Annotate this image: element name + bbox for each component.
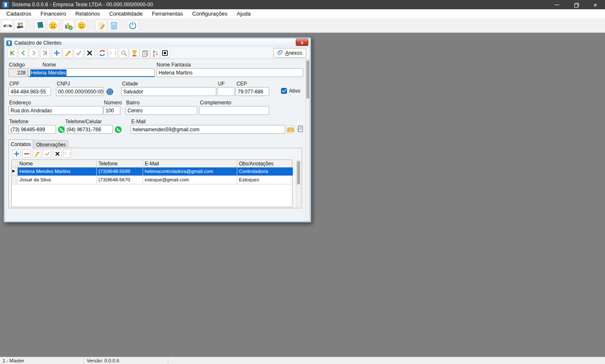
power-icon — [128, 21, 137, 30]
endereco-label: Endereço — [9, 100, 31, 106]
search-button[interactable] — [119, 48, 129, 58]
menu-financeiro[interactable]: Financeiro — [36, 9, 71, 19]
contact-locate-button[interactable]: ☞⋮ — [64, 149, 72, 158]
happy-face-button[interactable] — [76, 20, 87, 31]
cancel-button[interactable] — [85, 48, 95, 58]
clients-button[interactable] — [14, 20, 26, 31]
main-toolbar — [0, 19, 605, 33]
nav-last-button[interactable] — [40, 48, 50, 58]
telefone-field[interactable]: (73) 96485-699 — [8, 125, 56, 134]
whatsapp-celular-button[interactable] — [114, 125, 122, 133]
edit-button[interactable] — [63, 48, 73, 58]
cnpj-field[interactable]: 00.000.000/0000-00 — [56, 87, 104, 96]
refresh-button[interactable] — [97, 48, 107, 58]
dialog-titlebar: Cadastro de Clientes x — [5, 39, 310, 47]
dialog-scrollbar[interactable] — [305, 59, 310, 221]
table-scrollbar[interactable] — [296, 160, 300, 207]
locate-button[interactable]: ☞⋮ — [108, 48, 118, 58]
nav-next-icon — [31, 50, 37, 56]
table-header-row: Nome Telefone E-Mail Obs/Anotações — [12, 160, 292, 167]
cidade-field[interactable]: Salvador — [121, 87, 216, 96]
menu-ferramentas[interactable]: Ferramentas — [147, 9, 188, 19]
contact-add-button[interactable] — [12, 149, 21, 158]
email-field[interactable]: helenamendes59@gmail.com — [130, 125, 285, 134]
close-button[interactable]: × — [586, 0, 605, 9]
restore-icon — [574, 3, 578, 7]
nome-fantasia-field[interactable]: Helena Martins — [157, 68, 303, 77]
menu-ajuda[interactable]: Ajuda — [232, 9, 255, 19]
menu-configuracoes[interactable]: Configurações — [188, 9, 232, 19]
sad-face-icon — [48, 21, 58, 30]
nome-field[interactable]: Helena Mendes — [28, 68, 155, 77]
calculator-button[interactable] — [108, 20, 119, 31]
endereco-field[interactable]: Rua dos Andradas — [8, 106, 103, 115]
filter-icon — [131, 50, 138, 57]
note-edit-button[interactable] — [96, 20, 107, 31]
contact-cancel-button[interactable] — [53, 149, 61, 158]
header-obs[interactable]: Obs/Anotações — [237, 160, 293, 167]
statusbar-version: Versão: 0.0.0.6 — [84, 357, 168, 364]
chart-add-button[interactable] — [63, 20, 74, 31]
cep-field[interactable]: 79.077-686 — [236, 87, 269, 96]
anexos-button[interactable]: Anexos — [273, 48, 306, 58]
sad-face-button[interactable] — [47, 20, 58, 31]
confirm-icon — [75, 50, 82, 56]
contact-remove-button[interactable] — [22, 149, 31, 158]
bairro-field[interactable]: Centro — [125, 106, 197, 115]
cpf-field[interactable]: 484.484.983-55 — [8, 87, 51, 96]
contact-edit-button[interactable] — [33, 149, 41, 158]
celular-field[interactable]: (94) 96731-766 — [64, 125, 113, 134]
table-scrollbar-thumb[interactable] — [297, 161, 300, 184]
header-telefone[interactable]: Telefone — [97, 160, 143, 167]
table-row[interactable]: Josué da Silva (73)9648-5670 estoque@gma… — [12, 176, 292, 184]
email-document-icon — [297, 125, 303, 133]
contact-confirm-button[interactable] — [43, 149, 51, 158]
menu-cadastros[interactable]: Cadastros — [2, 9, 36, 19]
uf-dropdown[interactable] — [217, 87, 234, 96]
stop-button[interactable] — [160, 48, 170, 58]
nav-next-button[interactable] — [29, 48, 39, 58]
minimize-button[interactable] — [547, 0, 566, 9]
complemento-field[interactable] — [199, 106, 269, 115]
codigo-field[interactable]: 228 — [8, 68, 28, 77]
numero-field[interactable]: 100 — [103, 106, 120, 115]
handshake-button[interactable] — [2, 20, 13, 31]
book-button[interactable] — [34, 20, 46, 31]
restore-button[interactable] — [566, 0, 586, 9]
dialog-close-button[interactable]: x — [296, 39, 308, 46]
tab-contatos[interactable]: Contatos — [8, 139, 33, 149]
cell-nome: Helena Mendes Martins — [18, 167, 97, 175]
report-button[interactable] — [140, 48, 150, 58]
header-email[interactable]: E-Mail — [143, 160, 237, 167]
power-button[interactable] — [127, 20, 138, 31]
cnpj-lookup-button[interactable] — [106, 88, 114, 96]
ativo-checkbox[interactable]: Ativo — [281, 88, 300, 94]
menu-contabilidade[interactable]: Contabilidade — [104, 9, 147, 19]
menubar: Cadastros Financeiro Relatórios Contabil… — [0, 9, 605, 19]
cancel-icon — [86, 50, 93, 56]
window-title: Sistema 0.0.0.6 - Empresa Teste LTDA - 0… — [12, 2, 153, 8]
handshake-icon — [3, 21, 12, 30]
dialog-icon — [6, 40, 12, 46]
sort-az-button[interactable]: A Z — [150, 48, 160, 58]
confirm-button[interactable] — [74, 48, 84, 58]
header-nome[interactable]: Nome — [18, 160, 97, 167]
add-button[interactable] — [52, 48, 62, 58]
menu-relatorios[interactable]: Relatórios — [71, 9, 105, 19]
sort-az-icon: A Z — [152, 50, 159, 57]
table-row[interactable]: ▶ Helena Mendes Martins (73)9648-5699 he… — [12, 167, 292, 176]
email-label: E-Mail — [131, 119, 146, 125]
email-document-button[interactable] — [296, 125, 304, 133]
minimize-icon — [555, 5, 559, 5]
cpf-label: CPF — [9, 81, 19, 87]
dialog-scrollbar-thumb[interactable] — [306, 61, 309, 98]
titlebar: Sistema 0.0.0.6 - Empresa Teste LTDA - 0… — [0, 0, 605, 9]
nav-prev-button[interactable] — [18, 48, 28, 58]
cadastro-clientes-dialog: Cadastro de Clientes x — [3, 37, 311, 223]
nav-first-button[interactable] — [7, 48, 17, 58]
dialog-toolbar: ☞⋮ — [5, 47, 310, 59]
edit-icon — [34, 151, 40, 157]
send-email-button[interactable] — [287, 125, 295, 133]
report-icon — [141, 50, 149, 57]
filter-button[interactable] — [129, 48, 139, 58]
